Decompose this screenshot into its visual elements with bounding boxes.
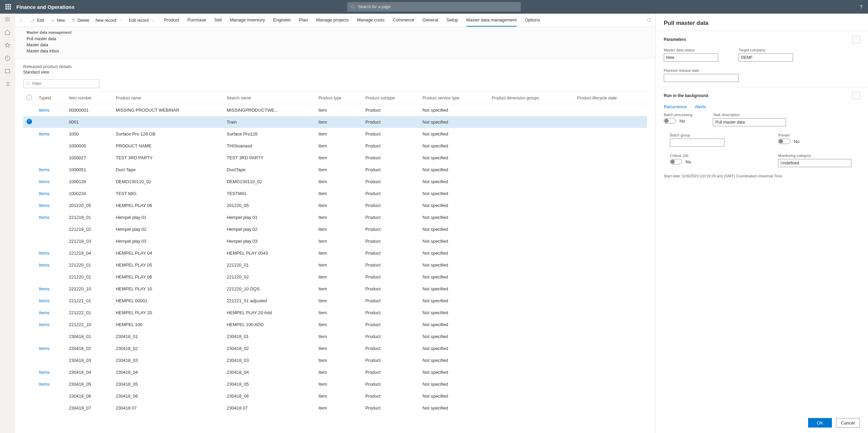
cell[interactable]: Items — [35, 307, 65, 319]
collapse-icon[interactable] — [852, 92, 860, 99]
alerts-link[interactable]: Alerts — [695, 104, 706, 109]
cell[interactable]: Items — [35, 366, 65, 378]
table-row[interactable]: Items230418_04230418_04230418_04ItemProd… — [23, 366, 647, 378]
table-row[interactable]: 0001TrainItemProductNot specified — [23, 116, 647, 128]
planned-release-input[interactable] — [664, 74, 739, 82]
tab-options[interactable]: Options — [525, 14, 540, 27]
back-icon[interactable] — [18, 18, 24, 23]
column-header[interactable]: Product dimension groups — [488, 92, 574, 104]
table-row[interactable]: Items221220_10HEMPEL PLAY 10221220_10 DQ… — [23, 283, 647, 295]
tab-sell[interactable]: Sell — [214, 14, 222, 27]
table-row[interactable]: 221220_02HEMPEL PLAY 06221220_02ItemProd… — [23, 271, 647, 283]
table-row[interactable]: Items221219_04HEMPEL PLAY 04HEMPEL PLAY … — [23, 247, 647, 259]
delete-button[interactable]: Delete — [71, 18, 90, 23]
tab-general[interactable]: General — [422, 14, 438, 27]
table-row[interactable]: Items221221_01HEMPEL 00001221221_01 adju… — [23, 295, 647, 307]
product-grid[interactable]: TypeIdItem numberProduct nameSearch name… — [23, 92, 647, 414]
cell[interactable]: Items — [35, 104, 65, 116]
clock-icon[interactable] — [4, 55, 11, 61]
cell[interactable]: Items — [35, 128, 65, 140]
column-header[interactable]: Product name — [112, 92, 223, 104]
parameters-header[interactable]: Parameters — [656, 31, 868, 48]
page-title[interactable]: Standard view — [23, 70, 647, 75]
cell[interactable]: Items — [35, 342, 65, 354]
run-background-header[interactable]: Run in the background — [656, 87, 868, 104]
task-description-input[interactable] — [713, 118, 786, 126]
table-row[interactable]: 221219_03Hempel play 03Hempel play 03Ite… — [23, 235, 647, 247]
edit-record-button[interactable]: Edit record — [129, 18, 155, 23]
column-header[interactable]: Product lifecycle state — [574, 92, 647, 104]
filter-box[interactable] — [23, 79, 99, 88]
table-row[interactable]: Items1000051Duct TapeDuctTapeItemProduct… — [23, 164, 647, 176]
table-row[interactable]: 1000027TEST 3RD PARTYTEST 3RD PARTYItemP… — [23, 152, 647, 164]
column-header[interactable]: Product service type — [419, 92, 488, 104]
cell[interactable]: Items — [35, 378, 65, 390]
tab-purchase[interactable]: Purchase — [188, 14, 206, 27]
app-launcher-icon[interactable] — [5, 4, 11, 10]
table-row[interactable]: Items221222_01HEMPEL PLAY 20HEMPEL PLAY … — [23, 307, 647, 319]
secondary-link[interactable]: Master data — [27, 43, 644, 47]
table-row[interactable]: 221219_02Hempel play 02Hempel play 02Ite… — [23, 223, 647, 235]
table-row[interactable]: Items221219_01Hempel play 01Hempel play … — [23, 211, 647, 223]
private-toggle[interactable]: No — [778, 139, 860, 144]
table-row[interactable]: Items201220_05HEMPEL PLAY 06201220_05Ite… — [23, 199, 647, 211]
secondary-link[interactable]: Pull master data — [27, 36, 644, 41]
search-input[interactable] — [358, 4, 517, 9]
cell[interactable]: Items — [35, 295, 65, 307]
cell[interactable]: Items — [35, 259, 65, 271]
secondary-link[interactable]: Master data inbox — [27, 49, 644, 53]
tab-master-data-management[interactable]: Master data management — [466, 14, 517, 27]
tab-commerce[interactable]: Commerce — [393, 14, 415, 27]
home-icon[interactable] — [4, 29, 11, 35]
new-button[interactable]: New — [50, 18, 65, 23]
cell[interactable]: Items — [35, 283, 65, 295]
master-data-status-select[interactable]: New — [664, 53, 718, 62]
cell[interactable]: Items — [35, 164, 65, 176]
batch-processing-toggle[interactable]: No — [664, 118, 692, 124]
tab-plan[interactable]: Plan — [299, 14, 308, 27]
table-row[interactable]: 230418_07230418 07230418 07ItemProductNo… — [23, 402, 647, 414]
column-header[interactable]: Product subtype — [362, 92, 419, 104]
cell[interactable]: Items — [35, 247, 65, 259]
row-checkbox[interactable] — [27, 119, 32, 124]
cancel-button[interactable]: Cancel — [836, 418, 860, 428]
table-row[interactable]: Items1000Surface Pro 128 GBSurface Pro12… — [23, 128, 647, 140]
column-header[interactable]: Product type — [315, 92, 362, 104]
column-header[interactable]: Search name — [223, 92, 315, 104]
filter-input[interactable] — [32, 81, 96, 86]
recurrence-link[interactable]: Recurrence — [664, 104, 687, 109]
select-all-checkbox[interactable] — [27, 95, 32, 100]
cell[interactable]: Items — [35, 188, 65, 199]
table-row[interactable]: Items1000126DEMO230110_02DEMO230110_02It… — [23, 176, 647, 188]
star-icon[interactable] — [4, 42, 11, 48]
table-row[interactable]: Items230418_05230418_05230418_05ItemProd… — [23, 378, 647, 390]
column-header[interactable]: Item number — [65, 92, 112, 104]
collapse-icon[interactable] — [852, 36, 860, 43]
column-header[interactable]: TypeId — [35, 92, 65, 104]
tab-setup[interactable]: Setup — [447, 14, 458, 27]
target-company-input[interactable] — [739, 53, 793, 62]
global-search[interactable] — [347, 2, 521, 12]
new-record-button[interactable]: New record — [95, 18, 123, 23]
table-row[interactable]: Items230418_02230418_02230418_02ItemProd… — [23, 342, 647, 354]
cell[interactable]: Items — [35, 176, 65, 188]
batch-group-select[interactable] — [670, 139, 724, 147]
table-row[interactable]: Items00000001MISSING PRODUCT WEBINARMISS… — [23, 104, 647, 116]
cell[interactable]: Items — [35, 319, 65, 331]
tab-engineer[interactable]: Engineer — [273, 14, 291, 27]
table-row[interactable]: 230418_03230418_03230418_03ItemProductNo… — [23, 354, 647, 366]
ok-button[interactable]: OK — [808, 418, 832, 428]
monitoring-select[interactable]: Undefined — [778, 159, 851, 167]
table-row[interactable]: Items221220_01HEMPEL PLAY 05221220_01Ite… — [23, 259, 647, 271]
table-row[interactable]: Items1000234TEST MIGTESTMIGItemProductNo… — [23, 188, 647, 199]
table-row[interactable]: Items221222_10HEMPEL 100HEMPEL 100 ADDIt… — [23, 319, 647, 331]
table-row[interactable]: 230418_06230418_06230418_06ItemProductNo… — [23, 390, 647, 402]
table-row[interactable]: 1000005PRODUCT NAMETHISisanasdItemProduc… — [23, 140, 647, 152]
tab-product[interactable]: Product — [164, 14, 179, 27]
edit-button[interactable]: Edit — [31, 18, 44, 23]
critical-toggle[interactable]: No — [670, 159, 752, 164]
help-icon[interactable]: ? — [860, 4, 863, 10]
cell[interactable]: Items — [35, 211, 65, 223]
tab-manage-projects[interactable]: Manage projects — [316, 14, 349, 27]
cell[interactable]: Items — [35, 199, 65, 211]
